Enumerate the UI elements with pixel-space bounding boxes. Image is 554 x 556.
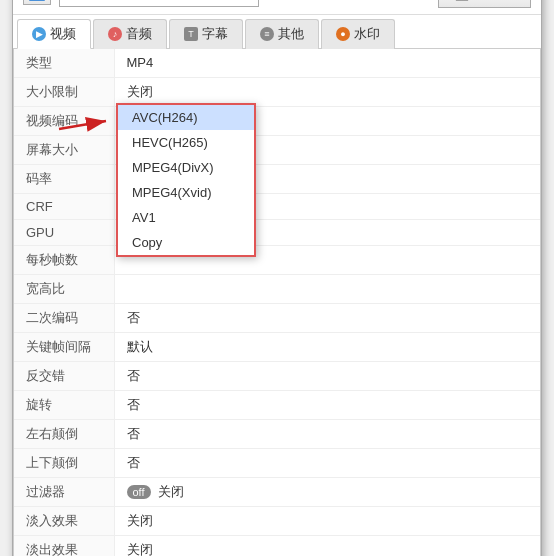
label-fps: 每秒帧数 [14,245,114,274]
tab-audio-label: 音频 [126,25,152,43]
value-fade-in: 关闭 [114,506,540,535]
preset-icon [23,0,51,5]
tab-subtitle[interactable]: T 字幕 [169,19,243,49]
subtitle-tab-icon: T [184,27,198,41]
table-row: 码率 [14,164,540,193]
save-as-button[interactable]: 另存为 [438,0,531,8]
audio-tab-icon: ♪ [108,27,122,41]
save-as-label: 另存为 [475,0,514,3]
filter-value: 关闭 [158,484,184,499]
red-arrow-indicator [54,109,114,139]
table-row: 过滤器 off 关闭 [14,477,540,506]
value-rotate: 否 [114,390,540,419]
label-filter: 过滤器 [14,477,114,506]
label-fade-in: 淡入效果 [14,506,114,535]
other-tab-icon: ≡ [260,27,274,41]
svg-rect-0 [29,0,45,1]
tab-video[interactable]: ▶ 视频 [17,19,91,49]
tab-audio[interactable]: ♪ 音频 [93,19,167,49]
table-row: 每秒帧数 [14,245,540,274]
watermark-tab-icon: ● [336,27,350,41]
codec-option-hevc[interactable]: HEVC(H265) [118,130,254,155]
table-row: 旋转 否 [14,390,540,419]
label-keyframe-interval: 关键帧间隔 [14,332,114,361]
label-size-limit: 大小限制 [14,77,114,106]
label-crf: CRF [14,193,114,219]
value-aspect-ratio [114,274,540,303]
tab-video-label: 视频 [50,25,76,43]
table-row: 上下颠倒 否 [14,448,540,477]
value-two-pass: 否 [114,303,540,332]
preset-dropdown-text: 最优化的质量和大小 [68,0,232,3]
table-row: CRF [14,193,540,219]
value-deinterlace: 否 [114,361,540,390]
tab-other-label: 其他 [278,25,304,43]
preset-dropdown[interactable]: 最优化的质量和大小 ▼ [59,0,259,7]
tab-watermark[interactable]: ● 水印 [321,19,395,49]
table-row: 左右颠倒 否 [14,419,540,448]
table-row: 淡出效果 关闭 [14,535,540,556]
settings-content: 类型 MP4 大小限制 关闭 视频编码 AVC(H264) 屏幕大小 码率 [13,49,541,557]
label-aspect-ratio: 宽高比 [14,274,114,303]
value-keyframe-interval: 默认 [114,332,540,361]
table-row: 淡入效果 关闭 [14,506,540,535]
main-window: ▶ 视频设置 — □ ✕ 最优化的质量和大小 ▼ [12,0,542,556]
table-row: 大小限制 关闭 [14,77,540,106]
tab-other[interactable]: ≡ 其他 [245,19,319,49]
table-row: 二次编码 否 [14,303,540,332]
value-fade-out: 关闭 [114,535,540,556]
codec-option-avc[interactable]: AVC(H264) [118,105,254,130]
table-row: 反交错 否 [14,361,540,390]
label-two-pass: 二次编码 [14,303,114,332]
table-row: 类型 MP4 [14,49,540,78]
label-flip-h: 左右颠倒 [14,419,114,448]
tabs-bar: ▶ 视频 ♪ 音频 T 字幕 ≡ 其他 ● 水印 [13,15,541,49]
label-deinterlace: 反交错 [14,361,114,390]
value-flip-h: 否 [114,419,540,448]
codec-dropdown[interactable]: AVC(H264) HEVC(H265) MPEG4(DivX) MPEG4(X… [116,103,256,257]
codec-option-copy[interactable]: Copy [118,230,254,255]
codec-option-mpeg4-divx[interactable]: MPEG4(DivX) [118,155,254,180]
label-bitrate: 码率 [14,164,114,193]
tab-watermark-label: 水印 [354,25,380,43]
label-fade-out: 淡出效果 [14,535,114,556]
table-row: GPU [14,219,540,245]
table-row: 关键帧间隔 默认 [14,332,540,361]
value-type: MP4 [114,49,540,78]
table-row: 屏幕大小 [14,135,540,164]
value-flip-v: 否 [114,448,540,477]
video-tab-icon: ▶ [32,27,46,41]
svg-line-8 [59,121,106,129]
label-screen-size: 屏幕大小 [14,135,114,164]
codec-option-av1[interactable]: AV1 [118,205,254,230]
codec-option-mpeg4-xvid[interactable]: MPEG4(Xvid) [118,180,254,205]
toolbar: 最优化的质量和大小 ▼ 另存为 [13,0,541,15]
label-flip-v: 上下颠倒 [14,448,114,477]
label-rotate: 旋转 [14,390,114,419]
label-gpu: GPU [14,219,114,245]
filter-off-badge: off [127,485,151,499]
tab-subtitle-label: 字幕 [202,25,228,43]
table-row: 宽高比 [14,274,540,303]
save-icon [455,0,469,1]
label-type: 类型 [14,49,114,78]
value-filter: off 关闭 [114,477,540,506]
